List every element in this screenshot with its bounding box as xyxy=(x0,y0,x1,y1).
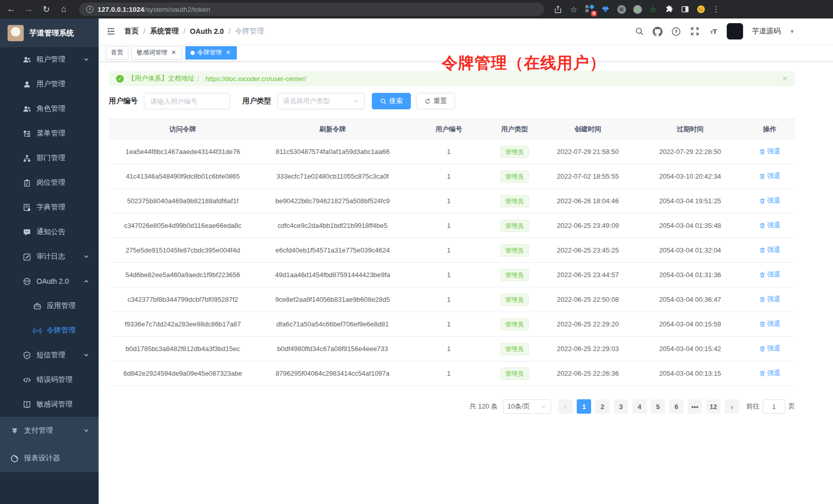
goto-page-input[interactable] xyxy=(763,399,785,414)
command-extension-icon[interactable]: ⌘ xyxy=(617,5,626,14)
force-logout-button[interactable]: 强退 xyxy=(759,295,781,304)
address-bar[interactable]: i 127.0.0.1:1024/system/oauth2/token xyxy=(79,3,544,16)
alert-doc-link[interactable]: https://doc.iocoder.cn/user-center/ xyxy=(205,75,306,83)
tab-close-icon[interactable]: ✕ xyxy=(170,49,177,56)
bookmark-star-icon[interactable]: ☆ xyxy=(569,5,578,14)
sidebar-item[interactable]: 部门管理 xyxy=(0,146,99,170)
tab-active[interactable]: 令牌管理✕ xyxy=(185,46,237,60)
sidebar-item[interactable]: 短信管理 xyxy=(0,343,99,367)
sidebar-item[interactable]: 支付管理 xyxy=(0,417,99,444)
annotation-text: 令牌管理（在线用户） xyxy=(442,52,606,74)
force-logout-label: 强退 xyxy=(767,270,781,279)
help-icon[interactable] xyxy=(671,27,681,36)
sidebar-item[interactable]: 审计日志 xyxy=(0,244,99,269)
page-button[interactable]: 12 xyxy=(706,399,721,414)
force-logout-button[interactable]: 强退 xyxy=(759,147,781,156)
sidebar-menu: 租户管理用户管理角色管理菜单管理部门管理岗位管理字典管理通知公告审计日志OAut… xyxy=(0,47,99,504)
sidebar-item[interactable]: 字典管理 xyxy=(0,195,99,220)
force-logout-button[interactable]: 强退 xyxy=(759,344,781,353)
user-menu-caret-icon[interactable]: ▼ xyxy=(789,28,795,34)
browser-menu-icon[interactable]: ⋮ xyxy=(712,5,720,14)
search-icon[interactable] xyxy=(634,27,644,36)
force-logout-button[interactable]: 强退 xyxy=(759,221,781,230)
page-unit-label: 页 xyxy=(788,402,795,411)
action-cell: 强退 xyxy=(744,189,795,214)
sidebar-item-label: 租户管理 xyxy=(36,55,65,64)
user-avatar[interactable] xyxy=(727,23,743,40)
created-time-cell: 2022-06-25 22:26:36 xyxy=(540,361,636,386)
site-info-icon[interactable]: i xyxy=(86,6,93,13)
puzzle-extensions-icon[interactable] xyxy=(665,5,674,14)
user-type-select[interactable]: 请选择用户类型 xyxy=(277,93,365,109)
force-logout-button[interactable]: 强退 xyxy=(759,369,781,378)
tab-item[interactable]: 敏感词管理✕ xyxy=(131,46,182,60)
fullscreen-icon[interactable] xyxy=(690,27,699,36)
expire-time-cell: 2054-03-04 00:13:15 xyxy=(636,361,744,386)
sidebar-item[interactable]: 角色管理 xyxy=(0,96,99,121)
column-header: 刷新令牌 xyxy=(257,119,409,140)
user-type-cell: 管理员 xyxy=(489,361,540,386)
sidebar-item[interactable]: 报表设计器 xyxy=(0,444,99,472)
hamburger-icon[interactable] xyxy=(106,26,116,36)
force-logout-button[interactable]: 强退 xyxy=(759,270,781,279)
alert-close-icon[interactable]: ✕ xyxy=(782,74,788,83)
force-logout-button[interactable]: 强退 xyxy=(759,171,781,181)
browser-back-icon[interactable]: ← xyxy=(5,4,17,14)
page-button[interactable]: 3 xyxy=(614,399,628,414)
sidebar-item-label: 岗位管理 xyxy=(36,178,65,187)
browser-forward-icon[interactable]: → xyxy=(23,4,35,14)
page-button[interactable]: 6 xyxy=(669,399,684,414)
user-id-input[interactable] xyxy=(144,93,230,109)
sidebar-item[interactable]: 租户管理 xyxy=(0,47,99,72)
split-screen-icon[interactable] xyxy=(680,5,690,14)
app-logo[interactable]: 芋道管理系统 xyxy=(0,18,99,47)
sidebar-item-label: 支付管理 xyxy=(24,426,53,435)
prev-page-button[interactable]: ‹ xyxy=(558,399,573,414)
tab-close-icon[interactable]: ✕ xyxy=(224,49,232,56)
more-pages-button[interactable]: ••• xyxy=(688,399,702,414)
table-row: 502375b8040a469a9b82188afdf6af1fbe90422b… xyxy=(109,189,795,214)
page-button[interactable]: 5 xyxy=(651,399,665,414)
sidebar-item[interactable]: 令牌管理 xyxy=(0,318,99,343)
extension-grid-icon[interactable]: 9 xyxy=(585,5,594,14)
github-icon[interactable] xyxy=(653,27,662,36)
browser-home-icon[interactable]: ⌂ xyxy=(58,4,70,14)
gem-extension-icon[interactable] xyxy=(601,5,610,14)
breadcrumb-item[interactable]: 系统管理 xyxy=(150,27,179,36)
next-page-button[interactable]: › xyxy=(725,399,739,414)
tab-item[interactable]: 首页 xyxy=(106,46,128,60)
font-size-icon[interactable] xyxy=(708,27,718,36)
table-row: 1ea5e44f8bc1467aaede43144f31de76811c5304… xyxy=(109,140,795,164)
page-size-select[interactable]: 10条/页 xyxy=(503,399,551,414)
chevron-up-icon xyxy=(83,278,89,284)
star-extension-icon[interactable]: ☆ xyxy=(649,5,658,14)
record-extension-icon[interactable] xyxy=(633,5,642,14)
page-button[interactable]: 4 xyxy=(632,399,647,414)
search-button[interactable]: 搜索 xyxy=(372,93,411,109)
sidebar-item[interactable]: 应用管理 xyxy=(0,294,99,318)
sidebar-item[interactable]: 错误码管理 xyxy=(0,367,99,392)
sidebar-item[interactable]: 菜单管理 xyxy=(0,121,99,146)
pagination: 共 120 条 10条/页 ‹ 123456•••12 › 前往 页 xyxy=(109,399,795,414)
page-button[interactable]: 1 xyxy=(577,399,591,414)
sidebar-item[interactable]: 敏感词管理 xyxy=(0,392,99,417)
profile-avatar-icon[interactable] xyxy=(696,5,706,14)
breadcrumb-item[interactable]: OAuth 2.0 xyxy=(190,27,224,35)
force-logout-button[interactable]: 强退 xyxy=(759,319,781,328)
force-logout-button[interactable]: 强退 xyxy=(759,196,781,205)
sidebar-item[interactable]: 用户管理 xyxy=(0,72,99,96)
page-button[interactable]: 2 xyxy=(595,399,610,414)
sidebar-item[interactable]: 岗位管理 xyxy=(0,170,99,195)
sidebar-item[interactable]: OAuth 2.0 xyxy=(0,269,99,294)
user-type-cell: 管理员 xyxy=(489,140,540,164)
user-type-badge: 管理员 xyxy=(500,244,529,257)
created-time-cell: 2022-06-25 22:29:20 xyxy=(540,312,636,337)
browser-reload-icon[interactable]: ↻ xyxy=(40,4,52,15)
alert-text: 【用户体系】文档地址： xyxy=(128,74,201,83)
breadcrumb-item[interactable]: 首页 xyxy=(124,27,139,36)
reset-button[interactable]: 重置 xyxy=(416,93,455,109)
share-icon[interactable] xyxy=(553,5,562,14)
sidebar-item[interactable]: 通知公告 xyxy=(0,220,99,244)
force-logout-button[interactable]: 强退 xyxy=(759,245,781,255)
book-icon xyxy=(23,400,31,409)
